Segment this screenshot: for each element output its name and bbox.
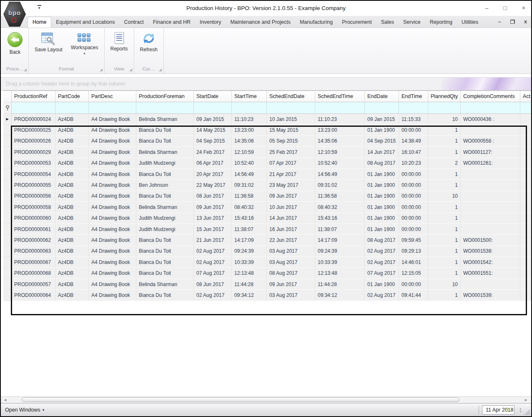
cell-start_time[interactable]: 11:38:07: [232, 224, 267, 235]
column-header-sched_end_date[interactable]: SchedEndDate: [267, 91, 315, 102]
tab-inventory[interactable]: Inventory: [195, 17, 226, 28]
filter-cell-start_date[interactable]: [194, 102, 232, 114]
table-row[interactable]: PROD00000026Az4DBA4 Drawing BookBianca D…: [3, 136, 531, 147]
table-row[interactable]: ▶PROD00000024Az4DBA4 Drawing BookBelinda…: [3, 114, 531, 125]
cell-end_date[interactable]: 09 Jan 2015: [365, 114, 399, 125]
cell-start_time[interactable]: 14:56:49: [232, 169, 267, 180]
tab-manufacturing[interactable]: Manufacturing: [295, 17, 337, 28]
table-row[interactable]: PROD00000064Az4DBA4 Drawing BookBianca D…: [3, 290, 531, 301]
cell-end_time[interactable]: 14:46:01: [399, 257, 428, 268]
table-row[interactable]: PROD00000025Az4DBA4 Drawing BookBianca D…: [3, 125, 531, 136]
cell-act[interactable]: [520, 191, 531, 202]
cell-completion_comments[interactable]: WO0000558 :: [461, 136, 520, 147]
cell-ref[interactable]: PROD00000067: [12, 257, 55, 268]
maximize-button[interactable]: □: [503, 4, 507, 12]
cell-start_time[interactable]: 08:40:32: [232, 202, 267, 213]
table-row[interactable]: PROD00000056Az4DBA4 Drawing BookBianca D…: [3, 191, 531, 202]
cell-act[interactable]: [520, 158, 531, 169]
cell-sched_end_date[interactable]: 09 Jun 2017: [267, 279, 315, 290]
cell-part_desc[interactable]: A4 Drawing Book: [89, 169, 136, 180]
cell-act[interactable]: [520, 235, 531, 246]
doc-close-button[interactable]: x: [524, 19, 527, 25]
column-header-completion_comments[interactable]: CompletionComments: [461, 91, 520, 102]
cell-sched_end_date[interactable]: 03 Aug 2017: [267, 290, 315, 301]
cell-end_time[interactable]: 00:00:00: [399, 224, 428, 235]
cell-end_time[interactable]: 16:10:47: [399, 147, 428, 158]
cell-start_date[interactable]: 06 Apr 2017: [194, 158, 232, 169]
cell-part_code[interactable]: Az4DB: [55, 147, 89, 158]
column-header-start_date[interactable]: StartDate: [194, 91, 232, 102]
close-button[interactable]: ×: [522, 4, 525, 12]
cell-ref[interactable]: PROD00000058: [12, 202, 55, 213]
cell-end_date[interactable]: 07 Aug 2017: [365, 268, 399, 279]
cell-sched_end_time[interactable]: 11:44:28: [315, 279, 365, 290]
cell-completion_comments[interactable]: WO0001538:: [461, 246, 520, 257]
cell-start_time[interactable]: 10:33:39: [232, 257, 267, 268]
tab-reporting[interactable]: Reporting: [425, 17, 457, 28]
cell-start_time[interactable]: 11:36:58: [232, 191, 267, 202]
cell-sched_end_time[interactable]: 13:23:00: [315, 125, 365, 136]
cell-sched_end_date[interactable]: 21 Apr 2017: [267, 169, 315, 180]
cell-planned_qty[interactable]: 1: [428, 235, 461, 246]
table-row[interactable]: PROD00000053Az4DBA4 Drawing BookJudith M…: [3, 158, 531, 169]
resize-grip[interactable]: [524, 409, 530, 415]
filter-cell-sched_end_time[interactable]: [315, 102, 365, 114]
cell-foreman[interactable]: Bianca Du Toit: [136, 125, 194, 136]
cell-completion_comments[interactable]: WO0001127:: [461, 147, 520, 158]
cell-sched_end_time[interactable]: 09:31:02: [315, 180, 365, 191]
cell-part_desc[interactable]: A4 Drawing Book: [89, 202, 136, 213]
cell-foreman[interactable]: Belinda Sharman: [136, 147, 194, 158]
cell-completion_comments[interactable]: [461, 279, 520, 290]
cell-part_desc[interactable]: A4 Drawing Book: [89, 158, 136, 169]
cell-sched_end_time[interactable]: 11:38:07: [315, 224, 365, 235]
cell-part_desc[interactable]: A4 Drawing Book: [89, 114, 136, 125]
cell-ref[interactable]: PROD00000026: [12, 136, 55, 147]
filter-cell-part_code[interactable]: [55, 102, 89, 114]
horizontal-scrollbar[interactable]: ◄ ►: [1, 396, 531, 403]
cell-ref[interactable]: PROD00000057: [12, 279, 55, 290]
cell-sched_end_time[interactable]: 10:33:39: [315, 257, 365, 268]
minimize-button[interactable]: –: [485, 4, 489, 12]
cell-planned_qty[interactable]: 1: [428, 213, 461, 224]
cell-sched_end_date[interactable]: 03 Aug 2017: [267, 257, 315, 268]
filter-cell-end_date[interactable]: [365, 102, 399, 114]
cell-end_time[interactable]: 09:59:45: [399, 235, 428, 246]
cell-start_time[interactable]: 12:10:59: [232, 147, 267, 158]
column-header-sched_end_time[interactable]: SchedEndTime: [315, 91, 365, 102]
cell-start_date[interactable]: 15 Jun 2017: [194, 224, 232, 235]
tab-service[interactable]: Service: [399, 17, 425, 28]
cell-part_desc[interactable]: A4 Drawing Book: [89, 180, 136, 191]
group-by-panel[interactable]: Drag a column header here to group by th…: [1, 77, 531, 90]
cell-completion_comments[interactable]: WO0001261:: [461, 158, 520, 169]
cell-end_date[interactable]: 01 Jan 1900: [365, 279, 399, 290]
tab-contract[interactable]: Contract: [119, 17, 148, 28]
filter-cell-sched_end_date[interactable]: [267, 102, 315, 114]
cell-ref[interactable]: PROD00000062: [12, 235, 55, 246]
cell-start_date[interactable]: 22 May 2017: [194, 180, 232, 191]
table-row[interactable]: PROD00000057Az4DBA4 Drawing BookBelinda …: [3, 279, 531, 290]
cell-start_date[interactable]: 07 Aug 2017: [194, 268, 232, 279]
cell-start_time[interactable]: 13:23:00: [232, 125, 267, 136]
cell-sched_end_date[interactable]: 07 Apr 2017: [267, 158, 315, 169]
cell-end_date[interactable]: 08 Aug 2017: [365, 158, 399, 169]
cell-end_date[interactable]: 02 Aug 2017: [365, 290, 399, 301]
column-header-planned_qty[interactable]: PlannedQty: [428, 91, 461, 102]
cell-foreman[interactable]: Judith Mudzengi: [136, 213, 194, 224]
cell-ref[interactable]: PROD00000024: [12, 114, 55, 125]
cell-part_code[interactable]: Az4DB: [55, 257, 89, 268]
cell-start_time[interactable]: 09:24:39: [232, 246, 267, 257]
cell-part_desc[interactable]: A4 Drawing Book: [89, 147, 136, 158]
cell-foreman[interactable]: Judith Mudzengi: [136, 158, 194, 169]
cell-part_code[interactable]: Az4DB: [55, 202, 89, 213]
cell-end_time[interactable]: 00:00:00: [399, 125, 428, 136]
filter-cell-planned_qty[interactable]: [428, 102, 461, 114]
column-header-end_date[interactable]: EndDate: [365, 91, 399, 102]
table-row[interactable]: PROD00000061Az4DBA4 Drawing BookJudith M…: [3, 224, 531, 235]
dialog-launcher-icon[interactable]: [24, 68, 27, 71]
cell-part_desc[interactable]: A4 Drawing Book: [89, 235, 136, 246]
cell-ref[interactable]: PROD00000053: [12, 158, 55, 169]
cell-part_desc[interactable]: A4 Drawing Book: [89, 213, 136, 224]
cell-act[interactable]: [520, 125, 531, 136]
cell-end_time[interactable]: 00:00:00: [399, 191, 428, 202]
cell-start_date[interactable]: 09 Jun 2017: [194, 202, 232, 213]
